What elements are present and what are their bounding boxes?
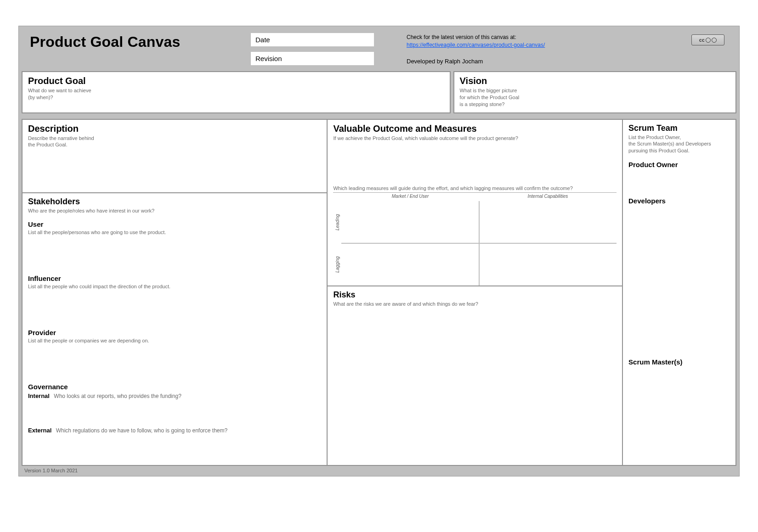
top-row: Product Goal What do we want to achieve … — [19, 71, 739, 116]
governance-external-line: External Which regulations do we have to… — [28, 427, 321, 434]
influencer-heading: Influencer — [28, 274, 321, 282]
outcome-title: Valuable Outcome and Measures — [333, 123, 617, 134]
provider-block[interactable] — [28, 343, 321, 376]
matrix-cell-lagging-internal[interactable] — [479, 243, 617, 286]
outcome-freeform[interactable] — [333, 141, 617, 185]
measures-matrix: Market / End User Internal Capabilities … — [333, 193, 617, 286]
vision-panel: Vision What is the bigger picture for wh… — [453, 71, 736, 113]
version-text: Version 1.0 March 2021 — [24, 468, 78, 473]
governance-external-sub: Which regulations do we have to follow, … — [56, 427, 228, 434]
description-sub1: Describe the narrative behind — [28, 135, 321, 142]
main-grid: Description Describe the narrative behin… — [19, 116, 739, 466]
scrum-team-panel: Scrum Team List the Product Owner, the S… — [622, 119, 736, 466]
info-block: Check for the latest version of this can… — [379, 34, 687, 66]
page: Product Goal Canvas Date Revision Check … — [0, 0, 758, 532]
middle-column: Valuable Outcome and Measures If we achi… — [327, 119, 622, 466]
risks-panel: Risks What are the risks we are aware of… — [327, 286, 622, 466]
scrum-team-sub2: the Scrum Master(s) and Developers — [628, 140, 730, 147]
canvas: Product Goal Canvas Date Revision Check … — [18, 26, 740, 476]
cc-license-badge: cc — [691, 34, 724, 45]
outcome-sub: If we achieve the Product Goal, which va… — [333, 135, 617, 142]
developers-heading: Developers — [628, 197, 730, 205]
canvas-title: Product Goal Canvas — [30, 34, 246, 50]
governance-external-block[interactable] — [28, 434, 321, 459]
description-sub2: the Product Goal. — [28, 141, 321, 148]
product-goal-panel: Product Goal What do we want to achieve … — [22, 71, 451, 113]
outcome-panel: Valuable Outcome and Measures If we achi… — [327, 119, 622, 287]
vision-sub2: for which the Product Goal — [460, 94, 730, 101]
matrix-cell-leading-internal[interactable] — [479, 201, 617, 243]
left-column: Description Describe the narrative behin… — [22, 119, 327, 466]
cc-icon: cc — [699, 38, 705, 43]
influencer-sub: List all the people who could impact the… — [28, 284, 321, 289]
product-goal-sub2: (by when)? — [28, 94, 444, 101]
user-heading: User — [28, 220, 321, 228]
scrum-master-heading: Scrum Master(s) — [628, 358, 730, 366]
scrum-team-sub3: pursuing this Product Goal. — [628, 147, 730, 154]
matrix-row-lagging: Lagging — [333, 243, 341, 286]
product-goal-title: Product Goal — [28, 76, 444, 86]
matrix-col-internal: Internal Capabilities — [479, 193, 617, 201]
stakeholders-panel: Stakeholders Who are the people/roles wh… — [22, 193, 327, 466]
matrix-col-market: Market / End User — [341, 193, 479, 201]
description-title: Description — [28, 123, 321, 134]
stakeholders-title: Stakeholders — [28, 197, 321, 207]
governance-internal-line: Internal Who looks at our reports, who p… — [28, 392, 321, 399]
check-version-text: Check for the latest version of this can… — [407, 34, 687, 41]
matrix-intro: Which leading measures will guide during… — [333, 185, 617, 193]
revision-field[interactable]: Revision — [250, 51, 374, 66]
provider-heading: Provider — [28, 329, 321, 336]
influencer-block[interactable] — [28, 289, 321, 322]
cc-sa-icon — [712, 38, 717, 43]
scrum-team-title: Scrum Team — [628, 123, 730, 133]
meta-fields: Date Revision — [250, 33, 374, 66]
stakeholders-sub: Who are the people/roles who have intere… — [28, 207, 321, 214]
vision-title: Vision — [460, 76, 730, 86]
scrum-master-block[interactable] — [628, 366, 730, 403]
governance-external-label: External — [28, 427, 51, 434]
matrix-cell-lagging-market[interactable] — [341, 243, 479, 286]
risks-sub: What are the risks we are aware of and w… — [333, 301, 617, 308]
vision-sub3: is a stepping stone? — [460, 101, 730, 108]
developed-by: Developed by Ralph Jocham — [407, 57, 687, 66]
scrum-team-sub1: List the Product Owner, — [628, 134, 730, 141]
governance-heading: Governance — [28, 383, 321, 391]
vision-sub1: What is the bigger picture — [460, 87, 730, 94]
user-sub: List all the people/personas who are goi… — [28, 230, 321, 235]
cc-by-icon — [706, 38, 711, 43]
description-panel: Description Describe the narrative behin… — [22, 119, 327, 193]
product-owner-heading: Product Owner — [628, 161, 730, 168]
product-owner-block[interactable] — [628, 168, 730, 190]
governance-internal-block[interactable] — [28, 399, 321, 425]
right-column: Scrum Team List the Product Owner, the S… — [622, 119, 736, 466]
developers-block[interactable] — [628, 205, 730, 352]
product-goal-sub1: What do we want to achieve — [28, 87, 444, 94]
matrix-corner — [333, 193, 341, 201]
canvas-source-link[interactable]: https://effectiveagile.com/canvases/prod… — [407, 42, 545, 48]
footer: Version 1.0 March 2021 — [19, 466, 739, 476]
governance-internal-label: Internal — [28, 392, 50, 399]
user-block[interactable] — [28, 235, 321, 268]
date-field[interactable]: Date — [250, 33, 374, 47]
provider-sub: List all the people or companies we are … — [28, 338, 321, 343]
matrix-cell-leading-market[interactable] — [341, 201, 479, 243]
matrix-row-leading: Leading — [333, 201, 341, 243]
risks-title: Risks — [333, 290, 617, 300]
header: Product Goal Canvas Date Revision Check … — [19, 26, 739, 71]
governance-internal-sub: Who looks at our reports, who provides t… — [54, 393, 181, 399]
